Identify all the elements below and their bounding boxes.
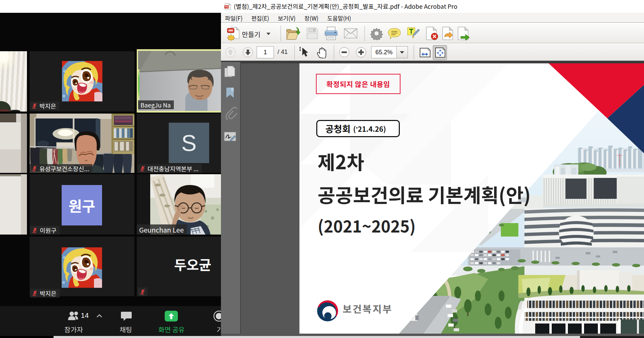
svg-text:PDF: PDF — [225, 6, 230, 8]
